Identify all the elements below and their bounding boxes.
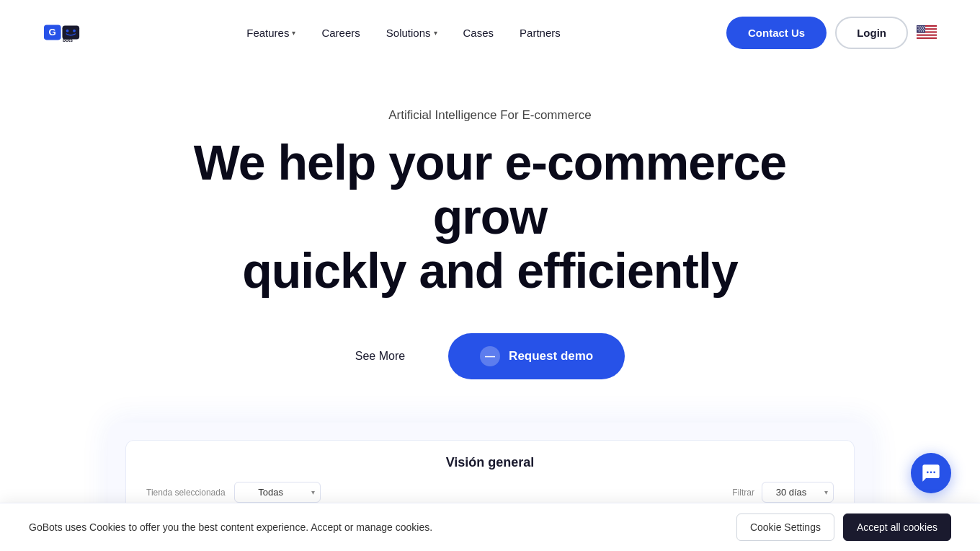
svg-point-15	[922, 26, 923, 27]
svg-point-28	[930, 471, 932, 473]
nav-link-partners[interactable]: Partners	[520, 27, 561, 39]
chevron-down-icon: ▾	[434, 29, 437, 37]
accept-cookies-button[interactable]: Accept all cookies	[843, 513, 951, 541]
svg-point-21	[919, 29, 921, 30]
svg-point-3	[66, 30, 69, 32]
store-filter-label: Tienda seleccionada	[146, 488, 226, 498]
svg-point-19	[923, 27, 925, 29]
nav-item-solutions[interactable]: Solutions ▾	[386, 27, 437, 39]
navbar: G bots Features ▾ Careers Solutions ▾	[0, 0, 980, 65]
language-flag-icon[interactable]	[917, 25, 937, 40]
svg-point-24	[919, 30, 920, 32]
nav-link-features[interactable]: Features ▾	[246, 27, 295, 39]
nav-item-careers[interactable]: Careers	[321, 27, 360, 39]
contact-us-button[interactable]: Contact Us	[726, 17, 827, 49]
cookie-actions: Cookie Settings Accept all cookies	[736, 513, 951, 541]
svg-rect-2	[62, 26, 79, 40]
store-select[interactable]: Todas	[234, 482, 321, 503]
svg-text:G: G	[49, 27, 56, 38]
logo[interactable]: G bots	[43, 14, 81, 51]
nav-link-cases[interactable]: Cases	[463, 27, 494, 39]
svg-point-26	[923, 30, 925, 32]
arrow-right-icon: —	[480, 346, 500, 366]
svg-point-20	[917, 29, 919, 30]
nav-item-cases[interactable]: Cases	[463, 27, 494, 39]
chevron-down-icon: ▾	[292, 29, 295, 37]
hero-actions: See More — Request demo	[355, 333, 625, 379]
svg-point-4	[73, 30, 76, 32]
svg-point-29	[933, 471, 935, 473]
nav-item-partners[interactable]: Partners	[520, 27, 561, 39]
cookie-banner: GoBots uses Cookies to offer you the bes…	[0, 503, 980, 551]
period-filter-label: Filtrar	[732, 488, 754, 498]
login-button[interactable]: Login	[835, 17, 908, 49]
nav-link-solutions[interactable]: Solutions ▾	[386, 27, 437, 39]
request-demo-button[interactable]: — Request demo	[448, 333, 625, 379]
svg-rect-10	[917, 35, 937, 36]
nav-links: Features ▾ Careers Solutions ▾ Cases Par…	[246, 27, 561, 39]
period-select[interactable]: 30 días	[762, 482, 834, 503]
dashboard-title: Visión general	[146, 455, 834, 470]
svg-point-16	[924, 26, 925, 27]
hero-subtitle: Artificial Intelligence For E-commerce	[388, 108, 592, 123]
svg-point-17	[919, 27, 920, 29]
store-select-wrap[interactable]: Todas ▾	[234, 482, 321, 503]
svg-point-22	[922, 29, 923, 30]
hero-title: We help your e-commerce grow quickly and…	[166, 136, 814, 297]
nav-item-features[interactable]: Features ▾	[246, 27, 295, 39]
svg-point-25	[921, 30, 922, 32]
cookie-text: GoBots uses Cookies to offer you the bes…	[29, 521, 432, 533]
dashboard-filters: Tienda seleccionada Todas ▾ Filtrar	[146, 482, 834, 503]
svg-point-27	[927, 471, 929, 473]
period-select-wrap[interactable]: 30 días ▾	[762, 482, 834, 503]
nav-right: Contact Us Login	[726, 17, 937, 49]
filter-left: Tienda seleccionada Todas ▾	[146, 482, 321, 503]
cookie-settings-button[interactable]: Cookie Settings	[736, 513, 834, 541]
nav-link-careers[interactable]: Careers	[321, 27, 360, 39]
svg-point-13	[917, 26, 919, 27]
see-more-button[interactable]: See More	[355, 350, 405, 363]
svg-text:bots: bots	[63, 38, 73, 43]
chat-icon	[921, 463, 941, 483]
chat-widget-button[interactable]	[911, 453, 951, 493]
filter-right: Filtrar 30 días ▾	[732, 482, 834, 503]
svg-point-14	[919, 26, 921, 27]
hero-section: Artificial Intelligence For E-commerce W…	[0, 65, 980, 551]
svg-point-23	[924, 29, 925, 30]
svg-point-18	[921, 27, 922, 29]
svg-rect-11	[917, 38, 937, 39]
